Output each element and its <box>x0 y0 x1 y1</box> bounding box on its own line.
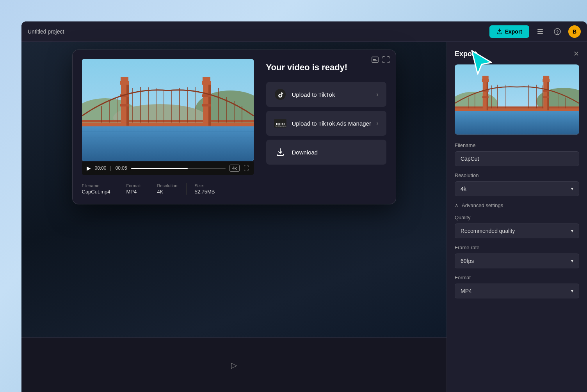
chevron-up-icon: ∧ <box>455 202 459 208</box>
layers-button[interactable] <box>534 25 546 38</box>
timeline-play-button[interactable]: ▷ <box>231 360 237 370</box>
user-avatar[interactable]: B <box>568 25 581 38</box>
svg-rect-60 <box>482 96 489 98</box>
video-preview <box>82 59 254 161</box>
svg-rect-15 <box>82 122 254 126</box>
quality-chevron-icon: ▾ <box>571 228 573 234</box>
meta-divider-1 <box>118 183 118 195</box>
progress-bar[interactable] <box>131 168 226 169</box>
format-value: MP4 <box>126 189 141 195</box>
svg-rect-26 <box>203 77 210 82</box>
framerate-select[interactable]: 60fps ▾ <box>455 254 579 268</box>
thumbnail-preview <box>455 64 579 135</box>
advanced-settings-toggle[interactable]: ∧ Advanced settings <box>455 202 579 208</box>
meta-divider-3 <box>186 183 187 195</box>
fullscreen-modal-button[interactable] <box>382 56 390 65</box>
svg-rect-58 <box>482 76 489 80</box>
fullscreen-icon <box>382 56 390 63</box>
close-sidebar-button[interactable]: ✕ <box>573 50 579 58</box>
svg-rect-2 <box>537 33 543 34</box>
time-total: 00:05 <box>116 165 127 171</box>
svg-rect-53 <box>455 108 579 111</box>
modal-body: ▶ 00:00 | 00:05 4k ⛶ <box>82 59 386 195</box>
svg-rect-64 <box>543 76 549 80</box>
project-title: Untitled project <box>28 28 64 35</box>
download-icon <box>274 146 286 158</box>
quality-select[interactable]: Recommended quality ▾ <box>455 223 579 238</box>
video-ready-title: Your video is ready! <box>266 62 386 73</box>
export-button[interactable]: Export <box>489 25 529 38</box>
format-label: Format: <box>126 183 141 188</box>
bridge-image <box>82 59 254 161</box>
chevron-right-ads-icon: › <box>376 120 378 127</box>
upload-tiktok-button[interactable]: Upload to TikTok › <box>266 82 386 107</box>
tiktok-icon <box>274 88 286 101</box>
framerate-panel-label: Frame rate <box>455 245 579 250</box>
top-bar: Untitled project Export ? <box>21 21 587 42</box>
filename-value: CapCut.mp4 <box>82 189 110 195</box>
help-icon: ? <box>554 28 561 35</box>
meta-resolution: Resolution: 4K <box>157 183 178 195</box>
upload-tiktok-ads-button[interactable]: TikTok for Business Upload to TikTok Ads… <box>266 111 386 136</box>
svg-rect-28 <box>202 104 211 106</box>
quality-badge: 4k <box>229 165 240 172</box>
svg-rect-52 <box>455 110 579 135</box>
app-window: Untitled project Export ? <box>21 21 587 392</box>
svg-rect-62 <box>547 81 549 110</box>
format-chevron-icon: ▾ <box>571 288 573 294</box>
resolution-value: 4K <box>157 189 178 195</box>
svg-rect-12 <box>82 126 254 161</box>
meta-filename: Filename: CapCut.mp4 <box>82 183 110 195</box>
editor-area: ▶ 00:00 | 00:05 4k ⛶ <box>21 42 446 392</box>
quality-panel-label: Quality <box>455 215 579 220</box>
meta-size: Size: 52.75MB <box>194 183 215 195</box>
editor-bottom: ▷ <box>21 337 446 392</box>
progress-fill <box>131 168 188 169</box>
video-ready-modal: ▶ 00:00 | 00:05 4k ⛶ <box>72 50 396 204</box>
meta-divider-2 <box>149 183 149 195</box>
framerate-chevron-icon: ▾ <box>571 258 573 264</box>
svg-rect-56 <box>487 81 488 110</box>
chevron-right-icon: › <box>376 91 378 98</box>
meta-format: Format: MP4 <box>126 183 141 195</box>
size-label: Size: <box>194 183 215 188</box>
svg-text:for Business: for Business <box>276 125 286 127</box>
video-meta: Filename: CapCut.mp4 Format: MP4 Resolut… <box>82 180 254 195</box>
layers-icon <box>537 28 544 35</box>
resolution-panel-label: Resolution <box>455 172 579 178</box>
format-panel-label: Format <box>455 275 579 280</box>
tiktok-ads-icon: TikTok for Business <box>274 117 286 129</box>
video-preview-container: ▶ 00:00 | 00:05 4k ⛶ <box>82 59 254 195</box>
svg-rect-0 <box>537 29 543 30</box>
filename-panel-label: Filename <box>455 142 579 148</box>
format-select[interactable]: MP4 ▾ <box>455 284 579 298</box>
svg-rect-66 <box>543 96 549 98</box>
export-sidebar: Export ✕ <box>446 42 587 392</box>
resolution-label: Resolution: <box>157 183 178 188</box>
caption-button[interactable] <box>372 56 379 65</box>
svg-text:?: ? <box>556 29 559 34</box>
sidebar-header: Export ✕ <box>455 50 579 58</box>
thumbnail-image <box>455 64 579 135</box>
resolution-chevron-icon: ▾ <box>571 186 573 192</box>
size-value: 52.75MB <box>194 189 215 195</box>
play-button[interactable]: ▶ <box>87 165 91 171</box>
video-controls: ▶ 00:00 | 00:05 4k ⛶ <box>82 161 254 175</box>
sidebar-title: Export <box>455 50 477 58</box>
svg-rect-16 <box>82 120 254 122</box>
modal-top-icons <box>372 56 390 65</box>
svg-rect-1 <box>537 31 543 32</box>
svg-rect-6 <box>373 59 376 60</box>
help-button[interactable]: ? <box>551 25 564 38</box>
video-actions: Your video is ready! Upload <box>266 59 386 169</box>
download-button[interactable]: Download <box>266 140 386 165</box>
top-bar-actions: Export ? B <box>489 25 581 38</box>
caption-icon <box>372 57 379 63</box>
svg-rect-20 <box>121 77 128 82</box>
resolution-select[interactable]: 4k ▾ <box>455 181 579 196</box>
fullscreen-video-button[interactable]: ⛶ <box>244 165 249 171</box>
filename-input[interactable]: CapCut <box>455 151 579 166</box>
export-icon <box>496 28 503 35</box>
time-current: 00:00 <box>95 165 107 171</box>
filename-label: Filename: <box>82 183 110 188</box>
